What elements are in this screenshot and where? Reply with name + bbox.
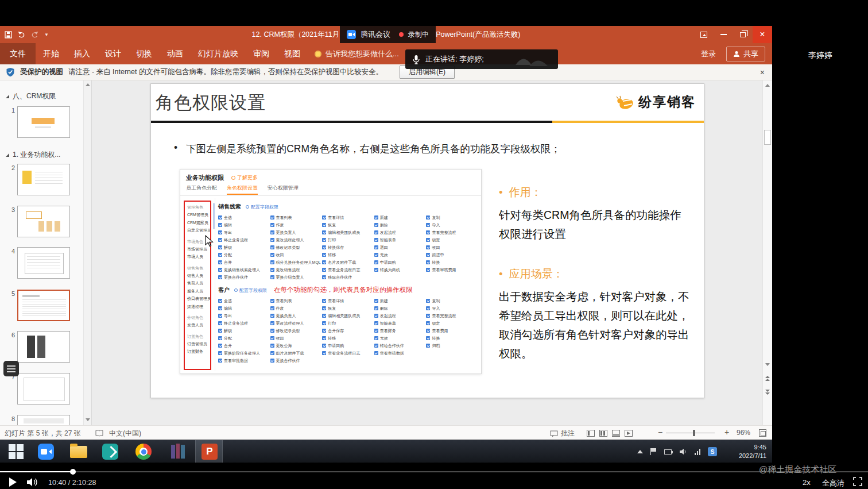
tab-insert[interactable]: 插入: [67, 43, 98, 64]
permission-item[interactable]: 打印: [322, 236, 374, 244]
language-indicator[interactable]: 中文(中国): [109, 429, 141, 438]
permission-item[interactable]: 更换介绍负责人: [270, 274, 323, 281]
permission-item[interactable]: 终止业务流程: [218, 236, 270, 244]
checkbox-checked-icon[interactable]: [374, 230, 378, 234]
zoom-in-icon[interactable]: +: [724, 428, 729, 437]
permission-item[interactable]: 查看审核费用: [426, 266, 478, 274]
permission-item[interactable]: 发起流程: [374, 312, 427, 319]
scroll-up-icon[interactable]: [86, 83, 90, 86]
slide-thumbnail-6[interactable]: [17, 331, 70, 363]
permission-item[interactable]: 修改记录类型: [270, 244, 323, 251]
permission-item[interactable]: 解锁: [218, 327, 270, 334]
permission-item[interactable]: 查看列表: [270, 214, 323, 221]
permission-item[interactable]: 跟进中: [426, 251, 478, 259]
permission-item[interactable]: 解锁: [218, 244, 270, 251]
checkbox-checked-icon[interactable]: [270, 230, 274, 234]
checkbox-checked-icon[interactable]: [374, 215, 378, 220]
powerpoint-icon[interactable]: P: [202, 444, 218, 460]
permission-item[interactable]: 查看审核数据: [374, 349, 427, 357]
checkbox-checked-icon[interactable]: [322, 253, 326, 257]
zoom-out-icon[interactable]: −: [658, 428, 662, 437]
tab-file[interactable]: 文件: [0, 43, 36, 64]
permission-item[interactable]: 发起流程: [374, 229, 427, 236]
checkbox-checked-icon[interactable]: [426, 253, 430, 257]
permission-item[interactable]: 图片及附件下载: [270, 349, 323, 357]
volume-icon[interactable]: [26, 478, 38, 487]
tab-transitions[interactable]: 切换: [129, 43, 160, 64]
checkbox-checked-icon[interactable]: [426, 245, 430, 249]
permission-item[interactable]: 编辑: [218, 221, 270, 229]
role-item[interactable]: 售前人员: [187, 279, 209, 287]
checkbox-checked-icon[interactable]: [374, 245, 378, 249]
permission-item[interactable]: 申请回购: [374, 259, 427, 266]
checkbox-checked-icon[interactable]: [270, 321, 274, 325]
permission-item[interactable]: 查看完整流程: [426, 312, 478, 319]
checkbox-checked-icon[interactable]: [374, 329, 378, 333]
permission-item[interactable]: 导出: [218, 312, 270, 319]
outline-section-2[interactable]: 1. 业务功能权...: [6, 150, 60, 160]
checkbox-checked-icon[interactable]: [426, 344, 430, 348]
permission-item[interactable]: 编辑相关团队成员: [322, 229, 374, 236]
network-icon[interactable]: [695, 449, 701, 455]
checkbox-checked-icon[interactable]: [322, 275, 326, 279]
slide-canvas[interactable]: 角色权限设置 纷享销客 • 下图左侧是系统预置的CRM角色名称，右侧是这些角色所…: [150, 83, 704, 398]
fit-to-window-icon[interactable]: [759, 429, 766, 437]
checkbox-checked-icon[interactable]: [374, 268, 378, 272]
permission-item[interactable]: 锁定: [426, 236, 478, 244]
checkbox-checked-icon[interactable]: [374, 238, 378, 242]
permission-item[interactable]: 收回: [426, 244, 478, 251]
checkbox-checked-icon[interactable]: [322, 329, 326, 333]
checkbox-checked-icon[interactable]: [322, 238, 326, 242]
permission-item[interactable]: 打印: [322, 319, 374, 327]
permission-item[interactable]: 查看财务: [374, 327, 427, 334]
permission-item[interactable]: 查看详情: [322, 214, 374, 221]
checkbox-checked-icon[interactable]: [322, 299, 326, 303]
checkbox-checked-icon[interactable]: [426, 329, 430, 333]
checkbox-checked-icon[interactable]: [426, 321, 430, 325]
tab-home[interactable]: 开始: [36, 43, 67, 64]
permission-item[interactable]: 转移: [322, 334, 374, 342]
permission-item[interactable]: 恢复: [322, 221, 374, 229]
checkbox-checked-icon[interactable]: [218, 299, 222, 303]
permission-item[interactable]: 分配: [218, 334, 270, 342]
restore-button[interactable]: [733, 26, 753, 43]
checkbox-checked-icon[interactable]: [322, 351, 326, 355]
normal-view-icon[interactable]: [587, 430, 595, 437]
permission-item[interactable]: 分配: [218, 251, 270, 259]
permission-item[interactable]: 更改流程处理人: [270, 236, 323, 244]
permission-item[interactable]: 合并: [218, 342, 270, 349]
permission-item[interactable]: 更换阶段任务处理人: [218, 349, 270, 357]
role-item[interactable]: 渠道经理: [187, 303, 209, 311]
share-button[interactable]: 共享: [726, 47, 765, 61]
taskbar-meeting-app-icon[interactable]: [38, 444, 54, 460]
checkbox-checked-icon[interactable]: [270, 260, 274, 264]
permission-item[interactable]: 作废: [270, 305, 323, 312]
checkbox-checked-icon[interactable]: [322, 268, 326, 272]
checkbox-checked-icon[interactable]: [270, 329, 274, 333]
permission-item[interactable]: 查看业务流程日志: [322, 266, 374, 274]
checkbox-checked-icon[interactable]: [218, 238, 222, 242]
checkbox-checked-icon[interactable]: [218, 306, 222, 310]
checkbox-checked-icon[interactable]: [270, 351, 274, 355]
permission-item[interactable]: 全选: [218, 214, 270, 221]
permission-item[interactable]: 查看完整流程: [426, 229, 478, 236]
permission-item[interactable]: 归档: [426, 342, 478, 349]
zoom-level[interactable]: 96%: [737, 429, 750, 437]
taskbar-teal-app-icon[interactable]: [102, 444, 118, 460]
permission-item[interactable]: 名片及附件下载: [322, 259, 374, 266]
checkbox-checked-icon[interactable]: [322, 230, 326, 234]
permission-item[interactable]: 查看业务流程日志: [322, 349, 374, 357]
quality-button[interactable]: 全高清: [822, 478, 844, 488]
permission-item[interactable]: 新建: [374, 214, 427, 221]
crm-tab-role-assign[interactable]: 员工角色分配: [186, 184, 217, 195]
checkbox-checked-icon[interactable]: [322, 223, 326, 227]
checkbox-checked-icon[interactable]: [270, 359, 274, 363]
permission-item[interactable]: 转移: [322, 251, 374, 259]
checkbox-checked-icon[interactable]: [218, 275, 222, 279]
checkbox-checked-icon[interactable]: [218, 359, 222, 363]
checkbox-checked-icon[interactable]: [374, 321, 378, 325]
permission-item[interactable]: 更换合作伙伴: [270, 357, 323, 364]
checkbox-checked-icon[interactable]: [322, 245, 326, 249]
permission-item[interactable]: 导入: [426, 221, 478, 229]
role-item[interactable]: 订货管理员: [187, 340, 209, 348]
